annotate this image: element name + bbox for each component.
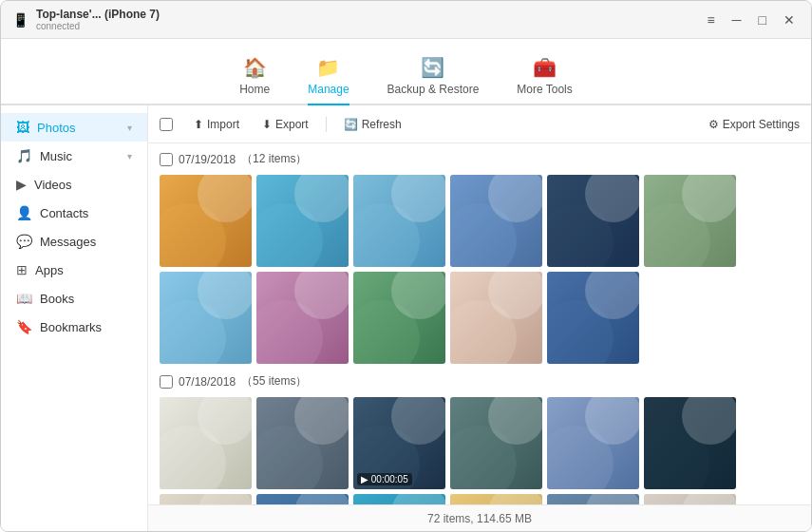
home-icon: 🏠 — [243, 56, 267, 79]
sidebar-label-videos: Videos — [34, 178, 72, 192]
sidebar-item-bookmarks[interactable]: 🔖 Bookmarks — [1, 313, 147, 341]
photo-thumb[interactable] — [160, 494, 252, 504]
date-count-1: （12 items） — [241, 151, 307, 167]
music-chevron: ▾ — [127, 151, 132, 162]
refresh-icon: 🔄 — [344, 118, 358, 131]
photo-thumb[interactable] — [353, 272, 445, 364]
sidebar-label-contacts: Contacts — [40, 206, 88, 220]
device-icon: 📱 — [12, 12, 28, 28]
tab-tools[interactable]: 🧰 More Tools — [517, 56, 572, 105]
photo-thumb[interactable] — [353, 494, 445, 504]
menu-button[interactable]: ≡ — [702, 10, 719, 29]
sidebar-label-apps: Apps — [35, 263, 64, 277]
photo-thumb[interactable] — [547, 175, 639, 267]
photos-area: 07/19/2018 （12 items） 07/18/2018 （55 ite… — [148, 143, 811, 504]
sidebar-item-apps[interactable]: ⊞ Apps — [1, 256, 147, 284]
photo-thumb[interactable] — [256, 272, 349, 364]
sidebar-label-bookmarks: Bookmarks — [40, 320, 102, 334]
device-info: 📱 Top-lanse'... (iPhone 7) connected — [12, 8, 160, 31]
photo-thumb[interactable] — [160, 397, 252, 489]
import-icon: ⬆ — [194, 118, 203, 131]
sidebar-item-music[interactable]: 🎵 Music ▾ — [1, 142, 147, 170]
photo-thumb[interactable] — [450, 175, 542, 267]
photo-thumb[interactable] — [547, 272, 639, 364]
status-text: 72 items, 114.65 MB — [427, 512, 532, 525]
photos-icon: 🖼 — [16, 120, 29, 135]
maximize-button[interactable]: □ — [754, 10, 771, 29]
device-name: Top-lanse'... (iPhone 7) — [36, 8, 160, 21]
photo-thumb[interactable] — [644, 397, 736, 489]
sidebar-label-music: Music — [40, 149, 72, 163]
photo-thumb[interactable] — [353, 175, 445, 267]
title-bar: 📱 Top-lanse'... (iPhone 7) connected ≡ ─… — [1, 1, 811, 39]
tab-tools-label: More Tools — [517, 83, 572, 96]
sidebar-item-videos[interactable]: ▶ Videos — [1, 170, 147, 199]
sidebar-label-photos: Photos — [37, 121, 75, 135]
sidebar-item-books[interactable]: 📖 Books — [1, 284, 147, 313]
toolbar: ⬆ Import ⬇ Export 🔄 Refresh ⚙ Export Set… — [148, 105, 811, 143]
photo-thumb[interactable] — [644, 175, 736, 267]
select-all-checkbox[interactable] — [160, 118, 173, 131]
close-button[interactable]: ✕ — [779, 10, 800, 29]
sidebar: 🖼 Photos ▾ 🎵 Music ▾ ▶ Videos 👤 Contacts — [1, 105, 148, 531]
photo-thumb[interactable] — [256, 494, 349, 504]
photo-thumb[interactable] — [547, 397, 639, 489]
sidebar-label-books: Books — [40, 292, 74, 306]
photo-thumb[interactable] — [450, 397, 542, 489]
date-header-1: 07/19/2018 （12 items） — [160, 151, 800, 167]
tab-manage-label: Manage — [308, 83, 349, 96]
main-layout: 🖼 Photos ▾ 🎵 Music ▾ ▶ Videos 👤 Contacts — [1, 105, 811, 531]
bookmarks-icon: 🔖 — [16, 319, 32, 334]
date-label-2: 07/18/2018 — [179, 375, 236, 389]
tab-home-label: Home — [239, 83, 270, 96]
date-count-2: （55 items） — [241, 373, 307, 390]
contacts-icon: 👤 — [16, 205, 32, 220]
tab-home[interactable]: 🏠 Home — [239, 56, 270, 105]
import-button[interactable]: ⬆ Import — [184, 114, 249, 135]
photo-thumb[interactable] — [644, 494, 736, 504]
export-icon: ⬇ — [262, 118, 272, 131]
photo-thumb[interactable] — [256, 175, 349, 267]
refresh-button[interactable]: 🔄 Refresh — [334, 114, 411, 135]
videos-icon: ▶ — [16, 177, 27, 192]
sidebar-item-messages[interactable]: 💬 Messages — [1, 227, 147, 256]
photo-thumb[interactable] — [256, 397, 349, 489]
date-group-1: 07/19/2018 （12 items） — [160, 151, 800, 364]
apps-icon: ⊞ — [16, 262, 28, 277]
nav-tabs: 🏠 Home 📁 Manage 🔄 Backup & Restore 🧰 Mor… — [1, 39, 811, 105]
export-settings-button[interactable]: ⚙ Export Settings — [708, 118, 800, 131]
sidebar-item-photos[interactable]: 🖼 Photos ▾ — [1, 113, 147, 142]
group2-checkbox[interactable] — [160, 375, 173, 389]
music-icon: 🎵 — [16, 148, 32, 163]
backup-icon: 🔄 — [421, 56, 444, 79]
photo-thumb[interactable] — [450, 272, 542, 364]
date-group-2: 07/18/2018 （55 items） ▶ 00:00:05 — [160, 373, 800, 504]
tab-backup[interactable]: 🔄 Backup & Restore — [387, 56, 480, 105]
photos-chevron: ▾ — [127, 123, 132, 133]
photo-thumb[interactable] — [547, 494, 639, 504]
export-button[interactable]: ⬇ Export — [253, 114, 318, 135]
device-status: connected — [36, 21, 160, 31]
photo-thumb[interactable] — [450, 494, 542, 504]
sidebar-item-contacts[interactable]: 👤 Contacts — [1, 199, 147, 227]
tab-manage[interactable]: 📁 Manage — [308, 56, 349, 105]
gear-icon: ⚙ — [708, 118, 719, 131]
minimize-button[interactable]: ─ — [727, 10, 746, 29]
photo-thumb[interactable]: ▶ 00:00:05 — [353, 397, 445, 489]
books-icon: 📖 — [16, 291, 32, 306]
sidebar-label-messages: Messages — [40, 235, 96, 249]
window-controls: ≡ ─ □ ✕ — [702, 10, 800, 29]
messages-icon: 💬 — [16, 234, 32, 249]
photo-thumb[interactable] — [160, 175, 252, 267]
video-badge: ▶ 00:00:05 — [357, 473, 412, 485]
date-header-2: 07/18/2018 （55 items） — [160, 373, 800, 390]
photo-grid-2: ▶ 00:00:05 — [160, 397, 800, 504]
group1-checkbox[interactable] — [160, 153, 173, 166]
date-label-1: 07/19/2018 — [179, 153, 236, 166]
tab-backup-label: Backup & Restore — [387, 83, 480, 96]
manage-icon: 📁 — [316, 56, 340, 79]
tools-icon: 🧰 — [533, 56, 557, 79]
photo-grid-1 — [160, 175, 800, 364]
photo-thumb[interactable] — [160, 272, 252, 364]
status-bar: 72 items, 114.65 MB — [148, 504, 811, 531]
